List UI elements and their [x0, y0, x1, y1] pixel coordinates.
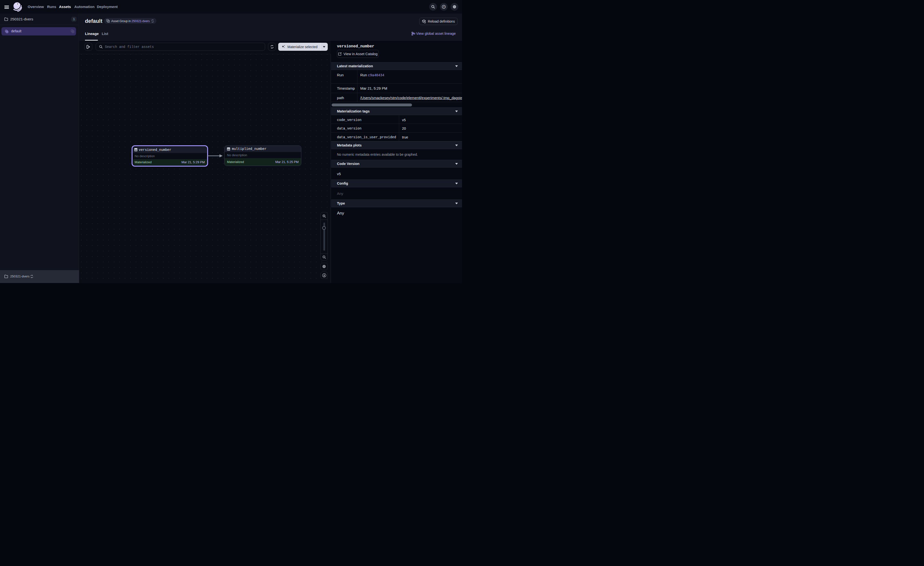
- svg-text:?: ?: [443, 5, 444, 8]
